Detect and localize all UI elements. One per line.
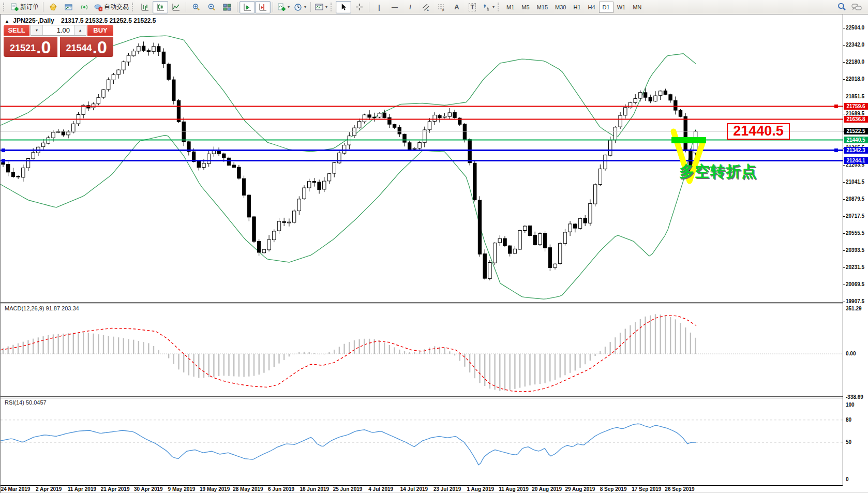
level-drag-handle[interactable] [2, 148, 5, 152]
text-button[interactable]: A [449, 1, 465, 13]
date-label: 24 Mar 2019 [1, 486, 31, 492]
date-label: 8 Sep 2019 [600, 486, 627, 492]
candle-up [598, 169, 602, 184]
templates-button[interactable]: ▾ [313, 1, 330, 13]
svg-text:F: F [442, 9, 444, 11]
cursor-button[interactable] [336, 1, 351, 13]
timeframe-mn[interactable]: MN [629, 2, 645, 13]
zoom-in-button[interactable] [188, 1, 204, 13]
candle-up [117, 70, 120, 74]
horizontal-line-button[interactable]: — [387, 1, 402, 13]
tile-windows-button[interactable] [219, 1, 235, 13]
date-label: 23 Jul 2019 [433, 486, 461, 492]
candle-down [408, 143, 411, 150]
toolbar-drag-handle[interactable] [132, 3, 135, 11]
chart-shift-button[interactable] [255, 1, 271, 13]
candle-down [368, 115, 371, 117]
search-icon[interactable] [837, 3, 846, 11]
candle-up [619, 115, 622, 127]
volume-increase-button[interactable]: ▲ [74, 25, 86, 35]
candle-down [177, 100, 180, 122]
candle-up [363, 115, 366, 122]
arrows-button[interactable]: ▾ [480, 1, 497, 13]
price-chart-pane[interactable] [1, 14, 843, 302]
candle-down [453, 112, 456, 117]
toolbar-drag-handle[interactable] [3, 3, 6, 11]
vertical-line-button[interactable]: | [371, 1, 387, 13]
date-label: 29 Aug 2019 [565, 486, 595, 492]
sell-button[interactable]: SELL [4, 25, 29, 36]
level-drag-handle[interactable] [834, 104, 838, 108]
candle-up [308, 182, 311, 188]
trendline-button[interactable]: / [402, 1, 418, 13]
price-tick-20717.5: 20717.5 [846, 213, 864, 219]
toolbar-drag-handle[interactable] [331, 3, 334, 11]
dropdown-caret-icon[interactable]: ▾ [304, 5, 306, 9]
line-chart-button[interactable] [168, 1, 184, 13]
buy-price[interactable]: 21544 .0 [60, 37, 114, 57]
turning-point-annotation[interactable]: 多空转折点 [679, 161, 757, 182]
chart-ohlc-values: 21317.5 21532.5 21252.5 21522.5 [61, 17, 156, 24]
level-drag-handle[interactable] [834, 148, 838, 152]
timeframe-m15[interactable]: M15 [533, 2, 551, 13]
candle-down [684, 116, 687, 151]
new-order-button[interactable]: 新订单 [8, 1, 41, 13]
sell-price[interactable]: 21521 .0 [4, 37, 57, 57]
zoom-out-button[interactable] [204, 1, 219, 13]
timeframe-h1[interactable]: H1 [570, 2, 584, 13]
candle-up [568, 224, 572, 232]
rsi-pane[interactable] [1, 398, 843, 485]
auto-scroll-button[interactable] [240, 1, 255, 13]
candle-up [654, 96, 657, 101]
auto-scroll-icon [243, 3, 251, 11]
signals-button[interactable] [77, 1, 92, 13]
bar-chart-button[interactable] [137, 1, 153, 13]
timeframe-m30[interactable]: M30 [551, 2, 570, 13]
periods-button[interactable]: ▾ [292, 1, 308, 13]
rsi-axis-80: 80 [846, 417, 851, 423]
dropdown-caret-icon[interactable]: ▾ [325, 5, 327, 9]
price-axis[interactable]: 22504.022342.022180.022018.021851.521689… [843, 14, 868, 485]
fibonacci-button[interactable]: F [433, 1, 449, 13]
dropdown-caret-icon[interactable]: ▾ [492, 5, 495, 9]
metaeditor-icon [49, 3, 57, 11]
candle-up [624, 108, 627, 115]
timeframe-h4[interactable]: H4 [585, 2, 599, 13]
crosshair-button[interactable] [351, 1, 367, 13]
date-label: 30 Apr 2019 [134, 486, 163, 492]
candle-up [303, 188, 306, 199]
autotrading-button[interactable]: 自动交易 [92, 1, 131, 13]
text-label-button[interactable]: T [465, 1, 480, 13]
candle-down [197, 162, 200, 168]
candle-up [333, 162, 336, 173]
candle-down [643, 93, 647, 97]
candle-up [52, 132, 55, 138]
timeframe-m1[interactable]: M1 [503, 2, 518, 13]
text-icon: A [454, 3, 459, 11]
metaeditor-button[interactable] [46, 1, 61, 13]
collapse-icon[interactable]: ▲ [5, 19, 9, 24]
volume-decrease-button[interactable]: ▼ [31, 25, 43, 35]
volume-input[interactable]: 1.00 [43, 25, 74, 35]
dropdown-caret-icon[interactable]: ▾ [288, 5, 290, 9]
chat-icon[interactable] [851, 3, 862, 11]
price-tick-20231.5: 20231.5 [846, 264, 864, 270]
candle-down [528, 226, 531, 235]
buy-button[interactable]: BUY [87, 25, 113, 36]
timeframe-d1[interactable]: D1 [599, 2, 613, 13]
price-callout[interactable]: 21440.5 [727, 123, 790, 140]
macd-pane[interactable] [1, 304, 843, 396]
timeframe-w1[interactable]: W1 [613, 2, 630, 13]
indicators-button[interactable]: ▾ [275, 1, 292, 13]
mt4-terminal: 新订单 自动交易 [0, 0, 868, 493]
candle-up [493, 243, 496, 263]
signals-icon [80, 3, 88, 11]
new-chart-button[interactable] [61, 1, 77, 13]
level-drag-handle[interactable] [2, 159, 5, 162]
green-highlight-bar[interactable] [671, 137, 706, 143]
date-axis[interactable]: 24 Mar 20192 Apr 201911 Apr 201921 Apr 2… [1, 485, 843, 492]
toolbar-drag-handle[interactable] [498, 3, 501, 11]
timeframe-m5[interactable]: M5 [518, 2, 533, 13]
equidistant-channel-button[interactable]: E [418, 1, 433, 13]
candlestick-chart-button[interactable] [153, 1, 168, 13]
